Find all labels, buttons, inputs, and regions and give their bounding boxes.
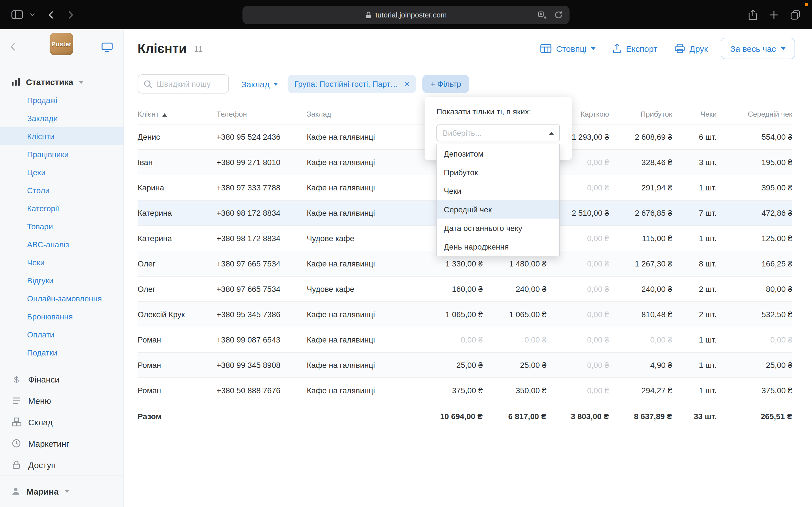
filter-option[interactable]: Прибуток xyxy=(437,163,559,181)
marketing-icon xyxy=(11,439,21,448)
chevron-down-icon xyxy=(781,47,785,50)
search-box[interactable] xyxy=(138,74,229,94)
sidebar-collapse-icon[interactable] xyxy=(10,42,16,54)
sidebar-item[interactable]: Оплати xyxy=(0,326,123,344)
user-menu[interactable]: Марина xyxy=(0,475,123,507)
sidebar-item[interactable]: Працівники xyxy=(0,145,123,163)
column-header-receipts[interactable]: Чеки xyxy=(672,105,717,124)
filter-option[interactable]: День народження xyxy=(437,237,559,256)
sidebar-section-statistics[interactable]: Статистика xyxy=(0,73,123,90)
totals-col-5: 6 817,00 ₴ xyxy=(483,403,546,430)
screen: tutorial.joinposter.com xyxy=(0,0,812,507)
sidebar-item[interactable]: Столи xyxy=(0,181,123,200)
sidebar-item-stock[interactable]: Склад xyxy=(0,411,123,433)
sidebar-item[interactable]: ABC-аналіз xyxy=(0,235,123,253)
export-icon xyxy=(612,43,621,54)
export-label: Експорт xyxy=(626,44,657,53)
dollar-icon: $ xyxy=(11,374,21,384)
stock-label: Склад xyxy=(28,417,53,427)
translate-icon[interactable] xyxy=(538,11,547,19)
sidebar-item[interactable]: Продажі xyxy=(0,91,123,109)
chevron-down-icon xyxy=(273,82,278,86)
sidebar-toggle-icon[interactable] xyxy=(11,10,23,19)
back-button[interactable] xyxy=(49,10,54,19)
padlock-icon xyxy=(11,460,21,469)
clients-count: 11 xyxy=(194,44,203,53)
chevron-down-icon[interactable] xyxy=(30,13,35,16)
table-row[interactable]: Олексій Крук+380 95 345 7386Кафе на галя… xyxy=(138,301,792,327)
table-row[interactable]: Роман+380 99 087 6543Кафе на галявинці0,… xyxy=(138,327,792,352)
boxes-icon xyxy=(11,417,21,427)
filter-option[interactable]: Депозитом xyxy=(437,144,559,163)
sidebar-item[interactable]: Онлайн-замовлення xyxy=(0,290,123,307)
forward-button[interactable] xyxy=(68,10,73,19)
venue-filter[interactable]: Заклад xyxy=(241,79,278,89)
sidebar-item-marketing[interactable]: Маркетинг xyxy=(0,433,123,454)
marketing-label: Маркетинг xyxy=(28,439,69,448)
poster-logo[interactable]: Poster xyxy=(50,33,73,55)
sidebar-item[interactable]: Податки xyxy=(0,344,123,362)
columns-button[interactable]: Стовпці xyxy=(540,44,596,53)
table-row[interactable]: Роман+380 99 345 8908Кафе на галявинці25… xyxy=(138,352,792,378)
tabs-icon[interactable] xyxy=(791,10,800,19)
sidebar-item-access[interactable]: Доступ xyxy=(0,454,123,475)
column-header-avg-check[interactable]: Середній чек xyxy=(717,105,792,124)
sidebar-item-menu[interactable]: Меню xyxy=(0,390,123,411)
sidebar-item[interactable]: Клієнти xyxy=(0,127,123,145)
table-row[interactable]: Роман+380 50 888 7676Кафе на галявинці37… xyxy=(138,378,792,403)
filter-select[interactable]: Виберіть... xyxy=(437,124,560,142)
filter-option[interactable]: Дата останнього чеку xyxy=(437,219,559,237)
period-selector-button[interactable]: За весь час xyxy=(721,38,795,59)
add-filter-label: + Фільтр xyxy=(430,79,461,89)
menu-label: Меню xyxy=(28,396,51,405)
access-label: Доступ xyxy=(28,460,56,469)
filter-options-list: ДепозитомПрибутокЧекиСередній чекДата ос… xyxy=(437,144,560,256)
chevron-down-icon xyxy=(79,81,84,83)
column-header-venue[interactable]: Заклад xyxy=(307,105,400,124)
filter-option[interactable]: Середній чек xyxy=(437,200,559,219)
reload-icon[interactable] xyxy=(554,11,563,19)
group-filter-chip[interactable]: Група: Постійні гості, Парт… × xyxy=(288,75,416,93)
column-header-client[interactable]: Клієнт xyxy=(138,105,216,124)
sidebar-item[interactable]: Чеки xyxy=(0,253,123,272)
sidebar-item[interactable]: Відгуки xyxy=(0,272,123,290)
sidebar-item[interactable]: Товари xyxy=(0,217,123,235)
totals-avg-check: 265,51 ₴ xyxy=(717,403,792,430)
sidebar-item[interactable]: Цехи xyxy=(0,163,123,181)
sidebar-item-finance[interactable]: $ Фінанси xyxy=(0,369,123,390)
filter-option[interactable]: Чеки xyxy=(437,181,559,200)
sidebar-item[interactable]: Бронювання xyxy=(0,307,123,326)
page-title: Клієнти xyxy=(138,41,187,56)
share-icon[interactable] xyxy=(748,9,757,20)
user-name: Марина xyxy=(27,487,59,496)
chevron-down-icon xyxy=(591,47,596,50)
address-bar[interactable]: tutorial.joinposter.com xyxy=(243,6,569,24)
sidebar-item[interactable]: Заклади xyxy=(0,109,123,127)
search-input[interactable] xyxy=(157,79,223,89)
display-icon[interactable] xyxy=(101,42,113,55)
column-header-profit[interactable]: Прибуток xyxy=(609,105,672,124)
person-icon xyxy=(11,487,20,496)
list-icon xyxy=(11,397,21,404)
chevron-down-icon xyxy=(65,490,69,493)
print-label: Друк xyxy=(689,44,708,53)
printer-icon xyxy=(674,43,685,54)
export-button[interactable]: Експорт xyxy=(612,43,657,54)
close-icon[interactable]: × xyxy=(404,79,410,89)
chevron-up-icon xyxy=(549,131,554,134)
totals-card: 3 803,00 ₴ xyxy=(546,403,609,430)
add-filter-button[interactable]: + Фільтр xyxy=(423,75,469,93)
bar-chart-icon xyxy=(11,77,20,86)
print-button[interactable]: Друк xyxy=(674,43,708,54)
filter-popover-title: Показати тільки ті, в яких: xyxy=(437,107,560,116)
new-tab-icon[interactable] xyxy=(770,10,778,19)
url-text: tutorial.joinposter.com xyxy=(375,11,447,19)
sidebar: Poster Статистика ПродажіЗакладиКлієнтиП… xyxy=(0,29,124,507)
sidebar-item[interactable]: Категорії xyxy=(0,200,123,217)
table-row[interactable]: Олег+380 97 665 7534Чудове кафе160,00 ₴2… xyxy=(138,276,792,301)
page-header: Клієнти 11 Стовпці Екс xyxy=(124,29,812,60)
statistics-label: Статистика xyxy=(26,77,73,87)
filter-select-placeholder: Виберіть... xyxy=(443,128,481,137)
column-header-phone[interactable]: Телефон xyxy=(216,105,307,124)
search-icon xyxy=(144,80,152,88)
